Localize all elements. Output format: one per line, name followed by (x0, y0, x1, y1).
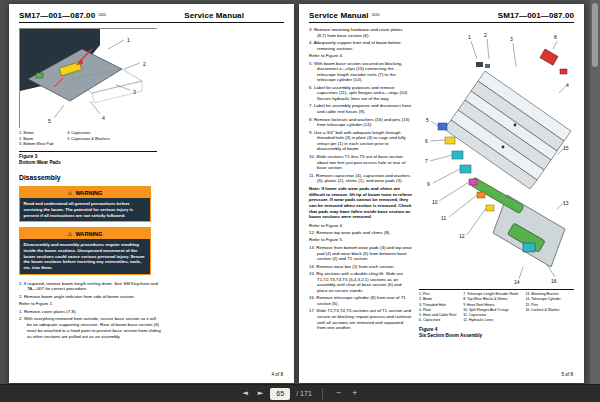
next-page-button[interactable]: ► (255, 388, 266, 399)
callout-label: 3 (133, 89, 136, 95)
yellow-part (445, 137, 455, 144)
yellow-part (486, 205, 494, 211)
figure3-block: 1 2 3 4 5 1. Shims2. Boom3. Bottom Wear … (19, 28, 159, 166)
right-page-body: 3. Remove mounting hardware and cover pl… (309, 27, 574, 339)
callout-label: 4 (566, 82, 569, 88)
figure3-caption: Figure 3 Bottom Wear Pads (19, 151, 157, 167)
callout-label: 2 (143, 61, 146, 67)
callout-label: 6 (425, 138, 428, 144)
note-paragraph: Note: If lower side wear pads and shims … (309, 186, 412, 220)
figure4-diagram: 1 2 3 4 5 6 7 8 9 10 11 12 13 (419, 27, 574, 287)
figure3-legend: 1. Shims2. Boom3. Bottom Wear Pad 4. Cap… (19, 131, 159, 148)
doc-number: SM17—001—087.00 (19, 11, 95, 20)
header-rule (309, 22, 574, 23)
zoom-out-button[interactable]: − (333, 388, 345, 399)
page-number-input[interactable] (270, 388, 290, 400)
revision-number: 1020 (372, 13, 380, 17)
step-text: 7. Label for assembly purposes and disco… (309, 103, 412, 114)
step-text: 2. Remove boom angle indicator from side… (19, 294, 161, 300)
callout-label: 1 (127, 37, 130, 43)
step-text: 1. If required, remove boom length reeli… (19, 281, 161, 292)
step-text: 13. Remove front bottom wear pads (3) an… (309, 245, 412, 262)
boom-nose-detail (485, 64, 490, 68)
orange-part (477, 192, 485, 198)
warning-text: Read and understand all general precauti… (20, 198, 150, 221)
page-left: SM17—001—087.00 1020 Service Manual (9, 4, 294, 383)
step-text: 9. Use a 3/4" bolt with adequate length … (309, 130, 412, 153)
step-text: 16. Remove telescope cylinder (8) from r… (309, 295, 412, 306)
warning-box-1: ⚠ WARNING Read and understand all genera… (19, 186, 151, 222)
step-text: 6. Label for assembly purposes and remov… (309, 85, 412, 102)
figure4-legend-col3: 13. Mounting Bracket14. Telescope Cylind… (525, 292, 560, 324)
figure3-svg: 1 2 3 4 5 (20, 29, 158, 129)
blue-part (438, 123, 447, 130)
step-text: 4. Adequately support front end of boom … (309, 40, 412, 51)
step-text: Refer to Figure 5. (309, 237, 412, 243)
fastener-dot (502, 146, 505, 149)
manual-title: Service Manual (309, 11, 369, 20)
step-text: 11. Remove capscrews (4), capscrews and … (309, 173, 412, 184)
figure3-legend-col1: 1. Shims2. Boom3. Bottom Wear Pad (19, 131, 53, 148)
teal-part (452, 151, 463, 159)
right-page-text-column: 3. Remove mounting hardware and cover pl… (309, 27, 412, 339)
prev-page-button[interactable]: ◄ (239, 388, 250, 399)
callout-label: 11 (441, 215, 446, 221)
magenta-part (469, 179, 477, 185)
step-text: 3. Remove mounting hardware and cover pl… (309, 27, 412, 38)
figure3-legend-col2: 4. Capscrews5. Capscrews & Washers (67, 131, 109, 148)
toolbar-group: ◄ ► / 171 − + (239, 388, 360, 400)
step-text: Refer to Figure 4. (309, 53, 412, 59)
doc-number: SM17—001—087.00 (498, 11, 574, 20)
warning-text: Disassembly and assembly procedures requ… (20, 239, 150, 273)
warning-triangle-icon: ⚠ (68, 190, 73, 196)
toolbar-divider (322, 388, 323, 399)
scrollbar[interactable] (590, 0, 600, 384)
scrollbar-thumb[interactable] (592, 3, 598, 67)
header-rule (19, 22, 284, 23)
boom-nose-detail (476, 62, 483, 67)
figure4-block: 1 2 3 4 5 6 7 8 9 10 11 12 13 (419, 27, 574, 339)
right-page-steps-top: 3. Remove mounting hardware and cover pl… (309, 27, 412, 184)
callout-label: 13 (563, 200, 569, 206)
pdf-viewer: SM17—001—087.00 1020 Service Manual (0, 0, 600, 402)
callout-label: 12 (459, 233, 465, 239)
page-left-header: SM17—001—087.00 1020 Service Manual (19, 11, 284, 20)
section-heading-disassembly: Disassembly (19, 174, 284, 181)
page-count-label: / 171 (296, 390, 312, 397)
callout-label: 7 (425, 158, 428, 164)
callout-label: 8 (554, 34, 557, 40)
step-text: Refer to Figure 4. (309, 223, 412, 229)
step-text: 1. Remove cover plates (7,8). (19, 309, 161, 315)
shim-highlight (36, 73, 43, 78)
page-left-inner: SM17—001—087.00 1020 Service Manual (9, 4, 294, 383)
warning-triangle-icon: ⚠ (68, 231, 73, 237)
step-text: 14. Remove wear bar (1) from each sectio… (309, 264, 412, 270)
teal-part (460, 165, 471, 173)
zoom-in-button[interactable]: + (349, 388, 361, 399)
page-right: Service Manual 1020 SM17—001—087.00 3. R… (299, 4, 584, 383)
warning-box-2: ⚠ WARNING Disassembly and assembly proce… (19, 227, 151, 274)
figure4-svg: 1 2 3 4 5 6 7 8 9 10 11 12 13 (419, 27, 574, 287)
left-page-steps: 1. If required, remove boom length reeli… (19, 281, 161, 340)
warning-header: ⚠ WARNING (20, 187, 150, 198)
figure4-legend: 1. Pins2. Boom3. Threaded Hole4. Plate5.… (419, 289, 574, 324)
page-right-header: Service Manual 1020 SM17—001—087.00 (309, 11, 574, 20)
viewer-toolbar: ◄ ► / 171 − + (0, 384, 600, 402)
base-internal-part (523, 243, 535, 252)
revision-number: 1020 (98, 13, 106, 17)
callout-label: 15 (563, 145, 569, 151)
step-text: 12. Remove top wear pads and shims (8). (309, 230, 412, 236)
step-text: 2. With everything removed from outside,… (19, 316, 161, 339)
callout-label: 2 (484, 32, 487, 38)
callout-label: 16 (551, 278, 557, 284)
step-text: 15. Rig sections with a double sling lif… (309, 271, 412, 294)
figure4-legend-col1: 1. Pins2. Boom3. Threaded Hole4. Plate5.… (419, 292, 456, 324)
figure3-diagram: 1 2 3 4 5 (19, 28, 157, 128)
callout-label: 14 (514, 279, 520, 285)
step-text: Refer to Figure 1. (19, 301, 161, 307)
legend-entry: 16. Locknut & Washer (525, 308, 560, 313)
callout-label: 4 (102, 115, 105, 121)
callout-label: 3 (510, 36, 513, 42)
legend-entry: 3. Bottom Wear Pad (19, 142, 53, 148)
step-text: 5. With boom base section secured on blo… (309, 61, 412, 84)
